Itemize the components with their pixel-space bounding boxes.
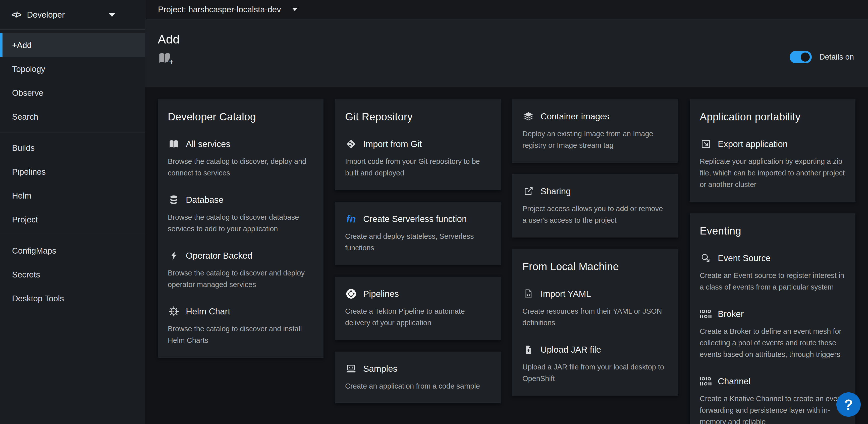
book-icon [168,139,180,149]
add-item-sharing[interactable]: SharingProject access allows you to add … [522,186,668,226]
sidebar-item-label: Desktop Tools [12,294,64,303]
add-item-export-application[interactable]: Export applicationReplicate your applica… [700,139,845,190]
add-item-container-images[interactable]: Container imagesDeploy an existing Image… [522,111,668,151]
sidebar-item-label: ConfigMaps [12,246,56,256]
card-pipelines: PipelinesCreate a Tekton Pipeline to aut… [335,277,501,340]
card-column: Developer CatalogAll servicesBrowse the … [158,99,323,358]
add-item-helm-chart[interactable]: HELMHelm ChartBrowse the catalog to disc… [168,306,313,346]
sidebar-item-project[interactable]: Project [0,207,145,231]
sidebar-item-label: Project [12,215,38,224]
item-head: All services [168,139,313,149]
sidebar-item-label: Secrets [12,270,40,280]
add-item-operator-backed[interactable]: Operator BackedBrowse the catalog to dis… [168,250,313,290]
item-description: Browse the catalog to discover, deploy a… [168,156,313,179]
git-icon [345,139,357,149]
add-item-create-serverless-function[interactable]: fnCreate Serverless functionCreate and d… [345,214,491,254]
sidebar-group: +AddTopologyObserveSearch [0,30,145,132]
add-item-import-from-git[interactable]: Import from GitImport code from your Git… [345,139,491,179]
page-header: Add + Details on [145,19,868,87]
card-title: Eventing [700,225,845,237]
add-item-channel[interactable]: ChannelCreate a Knative Channel to creat… [700,376,845,424]
details-toggle[interactable] [789,51,812,63]
help-button[interactable]: ? [836,392,861,417]
quick-start-book-plus-icon[interactable]: + [158,52,172,64]
toggle-knob [801,53,810,62]
sidebar-item-pipelines[interactable]: Pipelines [0,160,145,184]
item-description: Browse the catalog to discover database … [168,211,313,234]
item-head: Container images [522,111,668,122]
plus-icon: + [168,58,174,66]
add-item-samples[interactable]: SamplesCreate an application from a code… [345,363,491,392]
sidebar-item-secrets[interactable]: Secrets [0,263,145,286]
item-description: Create an Event source to register inter… [700,270,845,293]
item-description: Project access allows you to add or remo… [522,203,668,226]
sidebar-group: ConfigMapsSecretsDesktop Tools [0,235,145,314]
card-create-serverless-function: fnCreate Serverless functionCreate and d… [335,202,501,265]
item-description: Create a Broker to define an event mesh … [700,326,845,360]
item-head: Sharing [522,186,668,197]
sidebar-item-search[interactable]: Search [0,105,145,129]
add-item-broker[interactable]: BrokerCreate a Broker to define an event… [700,308,845,360]
sidebar-item-topology[interactable]: Topology [0,57,145,81]
item-label: Helm Chart [186,306,230,316]
item-description: Create an application from a code sample [345,380,491,392]
add-item-pipelines[interactable]: PipelinesCreate a Tekton Pipeline to aut… [345,288,491,329]
item-label: Samples [363,364,397,374]
bolt-icon [168,250,180,261]
database-icon [168,194,180,205]
app-root: </> Developer +AddTopologyObserveSearchB… [0,0,868,424]
event-source-icon [700,253,712,264]
details-toggle-group: Details on [789,51,854,63]
sidebar-item-helm[interactable]: Helm [0,184,145,207]
pipelines-icon [345,288,357,299]
sidebar-item-label: Helm [12,191,31,201]
item-description: Upload a JAR file from your local deskto… [522,361,668,384]
item-description: Replicate your application by exporting … [700,156,845,190]
item-label: Pipelines [363,289,399,299]
sidebar-item-desktop-tools[interactable]: Desktop Tools [0,286,145,310]
details-toggle-label: Details on [819,53,854,62]
sidebar-item-label: Search [12,112,38,122]
sidebar-item-label: Topology [12,64,45,74]
card-column: Container imagesDeploy an existing Image… [513,99,678,396]
serverless-fn-icon: fn [345,214,357,224]
item-description: Create resources from their YAML or JSON… [522,305,668,329]
item-description: Create a Tekton Pipeline to automate del… [345,305,491,329]
item-head: Export application [700,139,845,149]
card-eventing: EventingEvent SourceCreate an Event sour… [690,214,856,424]
share-icon [522,186,534,197]
item-description: Create a Knative Channel to create an ev… [700,393,845,424]
item-label: Import YAML [540,289,591,299]
card-from-local-machine: From Local MachineImport YAMLCreate reso… [513,249,678,396]
item-label: Sharing [540,186,571,196]
card-title: Git Repository [345,111,491,123]
sidebar-item-label: Builds [12,143,35,153]
item-head: Database [168,194,313,205]
item-head: Import YAML [522,288,668,299]
sidebar-item-builds[interactable]: Builds [0,136,145,160]
sidebar-item-configmaps[interactable]: ConfigMaps [0,239,145,263]
channel-icon [700,376,712,387]
item-label: Upload JAR file [540,345,601,355]
sidebar-item-observe[interactable]: Observe [0,81,145,105]
item-label: All services [186,139,230,149]
export-icon [700,139,712,149]
item-label: Export application [718,139,787,149]
perspective-switcher[interactable]: </> Developer [0,0,145,30]
item-label: Operator Backed [186,251,252,261]
item-description: Deploy an existing Image from an Image r… [522,128,668,151]
sidebar-item-add[interactable]: +Add [0,33,145,57]
card-developer-catalog: Developer CatalogAll servicesBrowse the … [158,99,323,358]
add-item-import-yaml[interactable]: Import YAMLCreate resources from their Y… [522,288,668,329]
item-label: Create Serverless function [363,214,467,224]
item-label: Broker [718,309,744,319]
perspective-label: Developer [27,10,65,20]
item-label: Container images [540,111,609,121]
project-selector[interactable]: Project: harshcasper-localsta-dev [145,0,868,19]
card-sharing: SharingProject access allows you to add … [513,174,678,237]
add-item-upload-jar-file[interactable]: Upload JAR fileUpload a JAR file from yo… [522,344,668,384]
add-item-database[interactable]: DatabaseBrowse the catalog to discover d… [168,194,313,234]
code-brackets-icon: </> [11,10,21,19]
add-item-all-services[interactable]: All servicesBrowse the catalog to discov… [168,139,313,179]
add-item-event-source[interactable]: Event SourceCreate an Event source to re… [700,253,845,293]
